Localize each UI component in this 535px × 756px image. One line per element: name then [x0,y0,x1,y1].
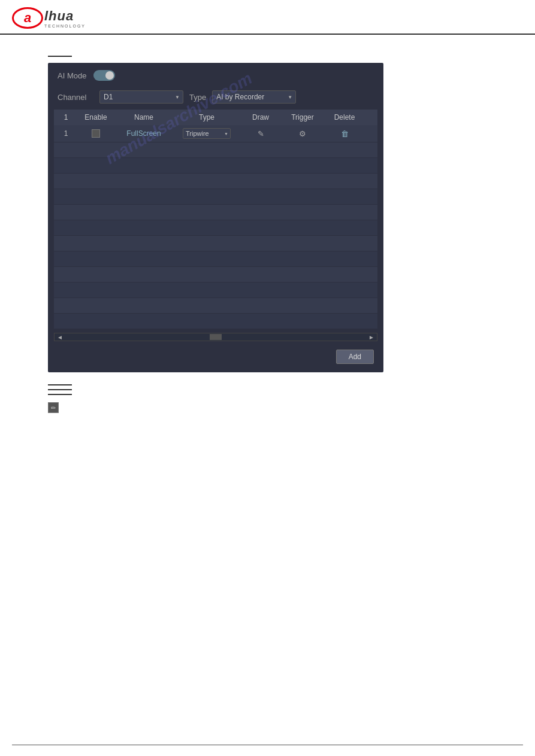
type-select[interactable]: AI by Recorder AI by Camera [212,90,296,104]
row1-name: FullScreen [114,128,174,139]
table-row-empty [54,298,377,314]
scrollbar-area[interactable]: ◄ ► [54,333,377,341]
pencil-icon: ✏ [51,405,56,411]
col-type: Type [174,113,240,122]
table-row-empty [54,205,377,220]
delete-icon[interactable]: 🗑 [341,129,349,138]
line-markers-below [48,384,487,395]
ai-mode-row: AI Mode [48,63,383,87]
line-marker-top [48,56,72,57]
small-icon-box: ✏ [48,402,59,413]
scroll-left-icon[interactable]: ◄ [55,334,65,341]
scroll-handle[interactable] [210,334,222,340]
row1-delete[interactable]: 🗑 [324,128,365,139]
table-row: 1 FullScreen Tripwire Intrusion ✎ [54,125,377,142]
tripwire-wrapper: Tripwire Intrusion [183,128,231,139]
add-button[interactable]: Add [336,350,374,364]
footer-line [12,745,523,745]
channel-select-wrapper: D1 D2 D3 [99,90,183,104]
col-enable: Enable [78,113,114,122]
table-row-empty [54,283,377,298]
logo-oval: a [12,7,43,29]
trigger-gear-icon[interactable]: ⚙ [299,129,306,138]
table-header: 1 Enable Name Type Draw Trigger Delete [54,110,377,125]
col-trigger: Trigger [282,113,324,122]
ai-mode-label: AI Mode [58,71,86,80]
enable-checkbox[interactable] [92,129,100,138]
col-name: Name [114,113,174,122]
col-num: 1 [54,113,78,122]
table-row-empty [54,267,377,283]
line-marker-2 [48,389,72,390]
type-select-wrapper: AI by Recorder AI by Camera [212,90,296,104]
table-row-empty [54,220,377,236]
channel-select[interactable]: D1 D2 D3 [99,90,183,104]
row1-draw[interactable]: ✎ [240,128,282,139]
page-header: a lhua TECHNOLOGY [0,0,535,35]
table-row-empty [54,158,377,174]
logo-brand: lhua TECHNOLOGY [44,8,86,28]
logo-technology-text: TECHNOLOGY [44,24,86,28]
logo-a-letter: a [24,10,31,26]
line-marker-3 [48,394,72,395]
type-label: Type [189,93,206,102]
ai-mode-toggle[interactable] [93,70,115,81]
row1-type: Tripwire Intrusion [174,128,240,139]
table-container: 1 Enable Name Type Draw Trigger Delete 1… [54,110,377,329]
scroll-right-icon[interactable]: ► [366,334,377,341]
table-row-empty [54,174,377,189]
line-marker-1 [48,384,72,385]
logo: a lhua TECHNOLOGY [12,7,86,29]
tripwire-select[interactable]: Tripwire Intrusion [183,128,231,139]
table-row-empty [54,236,377,251]
channel-row: Channel D1 D2 D3 Type AI by Recorder AI … [48,87,383,110]
table-row-empty [54,142,377,158]
draw-icon[interactable]: ✎ [258,129,264,138]
col-draw: Draw [240,113,282,122]
main-content: AI Mode Channel D1 D2 D3 Type AI by Reco… [0,35,535,425]
row1-enable[interactable] [78,128,114,139]
logo-hua-text: lhua [44,8,86,24]
channel-label: Channel [58,93,93,102]
col-delete: Delete [324,113,365,122]
table-row-empty [54,251,377,267]
ui-panel: AI Mode Channel D1 D2 D3 Type AI by Reco… [48,63,383,372]
row1-num: 1 [54,128,78,139]
table-row-empty [54,189,377,205]
table-row-empty [54,314,377,329]
add-btn-row: Add [48,345,383,366]
row1-trigger[interactable]: ⚙ [282,128,324,139]
